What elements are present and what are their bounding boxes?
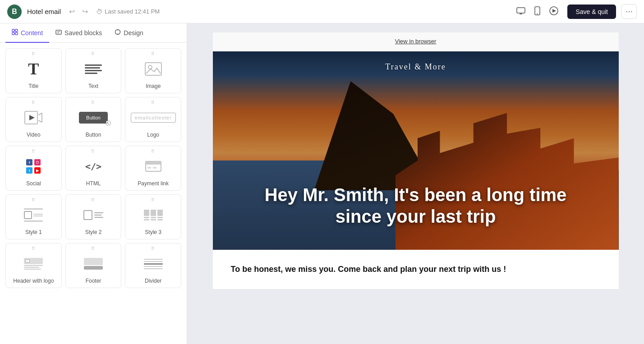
design-tab-icon [115, 29, 121, 37]
html-block-label: HTML [86, 180, 101, 187]
svg-rect-24 [153, 167, 156, 169]
svg-rect-8 [15, 29, 18, 32]
hero-image-block[interactable]: Travel & More Hey Mr. Smith, It's been a… [213, 51, 619, 250]
hero-headline: Hey Mr. Smith, It's been a long time sin… [243, 184, 588, 227]
block-html[interactable]: ⠿ </> HTML [65, 146, 122, 191]
block-payment-link[interactable]: ⠿ Payment link [125, 146, 181, 191]
more-options-button[interactable]: ⋯ [621, 4, 637, 19]
main-area: Content Saved blocks Design ⠿ T [0, 23, 644, 344]
tab-content-label: Content [21, 29, 43, 37]
svg-marker-20 [29, 115, 35, 120]
view-in-browser-link[interactable]: View in browser [395, 38, 437, 45]
style2-block-label: Style 2 [85, 229, 102, 235]
desktop-view-button[interactable] [513, 4, 529, 20]
style1-block-icon [22, 204, 45, 226]
tab-content[interactable]: Content [5, 23, 49, 43]
svg-rect-0 [517, 8, 525, 13]
social-block-icon: f ◻ t ▶ [22, 155, 45, 178]
block-text[interactable]: ⠿ Text [65, 48, 122, 93]
content-tab-icon [12, 29, 18, 37]
footer-block-icon [82, 252, 105, 275]
footer-block-label: Footer [86, 278, 101, 284]
redo-button[interactable]: ↪ [79, 5, 91, 18]
topbar: B Hotel email ↩ ↪ Last saved 12:41 PM [0, 0, 644, 23]
block-footer[interactable]: ⠿ Footer [65, 243, 122, 288]
history-controls: ↩ ↪ [66, 5, 91, 18]
view-in-browser: View in browser [213, 32, 619, 51]
tab-design-label: Design [124, 29, 143, 37]
tab-design[interactable]: Design [108, 23, 150, 43]
send-preview-button[interactable] [546, 4, 562, 20]
canvas-area: View in browser Travel & More [187, 23, 644, 344]
divider-block-icon [142, 252, 165, 275]
block-logo[interactable]: ⠿ emailcoltester Logo [125, 97, 181, 142]
left-panel: Content Saved blocks Design ⠿ T [0, 23, 187, 344]
button-block-label: Button [86, 132, 101, 138]
block-button[interactable]: ⠿ Button ↖ Button [65, 97, 122, 142]
svg-rect-23 [147, 167, 151, 169]
undo-button[interactable]: ↩ [66, 5, 78, 18]
style3-block-icon [142, 204, 165, 226]
block-title[interactable]: ⠿ T Title [5, 48, 62, 93]
block-style1[interactable]: ⠿ Style 1 [5, 194, 62, 239]
svg-rect-17 [145, 63, 161, 75]
logo-block-icon: emailcoltester [142, 106, 165, 129]
tab-saved-blocks-label: Saved blocks [64, 29, 102, 37]
button-block-icon: Button ↖ [82, 106, 105, 129]
text-block-label: Text [88, 83, 98, 89]
svg-rect-11 [56, 30, 61, 34]
block-image[interactable]: ⠿ Image [125, 48, 181, 93]
logo-block-label: Logo [147, 132, 159, 138]
style1-block-label: Style 1 [25, 229, 42, 235]
svg-rect-7 [12, 29, 14, 32]
block-video[interactable]: ⠿ Video [5, 97, 62, 142]
view-controls [513, 4, 562, 20]
body-text-block: To be honest, we miss you. Come back and… [213, 250, 619, 289]
block-style2[interactable]: ⠿ Style 2 [65, 194, 122, 239]
panel-tabs: Content Saved blocks Design [0, 23, 187, 43]
social-block-label: Social [26, 180, 41, 187]
body-text-content: To be honest, we miss you. Come back and… [231, 263, 601, 275]
block-divider[interactable]: ⠿ Divider [125, 243, 181, 288]
video-block-icon [22, 106, 45, 129]
payment-block-icon [142, 155, 165, 178]
image-block-label: Image [146, 83, 161, 89]
save-status: Last saved 12:41 PM [96, 8, 160, 15]
saved-blocks-tab-icon [55, 29, 62, 37]
header-logo-block-label: Header with logo [13, 278, 54, 284]
video-block-label: Video [27, 132, 40, 138]
payment-block-label: Payment link [138, 180, 169, 187]
svg-point-4 [537, 13, 538, 14]
svg-point-18 [148, 65, 152, 69]
divider-block-label: Divider [145, 278, 161, 284]
style3-block-label: Style 3 [145, 229, 161, 235]
title-block-icon: T [22, 58, 45, 80]
mobile-view-button[interactable] [531, 4, 544, 20]
hero-brand: Travel & More [385, 62, 446, 72]
app-logo: B [7, 5, 22, 19]
svg-rect-10 [15, 32, 18, 35]
block-style3[interactable]: ⠿ [125, 194, 181, 239]
svg-rect-22 [146, 161, 161, 165]
email-canvas: View in browser Travel & More [213, 32, 619, 289]
svg-rect-9 [12, 32, 14, 35]
text-block-icon [82, 58, 105, 80]
svg-marker-6 [552, 9, 556, 13]
document-title: Hotel email [27, 8, 61, 15]
block-social[interactable]: ⠿ f ◻ t ▶ Social [5, 146, 62, 191]
block-grid: ⠿ T Title ⠿ Text [0, 43, 187, 294]
style2-block-icon [82, 204, 105, 226]
save-quit-button[interactable]: Save & quit [567, 5, 616, 19]
block-header-logo[interactable]: ⠿ Header with logo [5, 243, 62, 288]
tab-saved-blocks[interactable]: Saved blocks [49, 23, 108, 43]
image-block-icon [142, 58, 165, 80]
title-block-label: Title [28, 83, 38, 89]
html-block-icon: </> [82, 155, 105, 178]
header-logo-block-icon [22, 252, 45, 275]
